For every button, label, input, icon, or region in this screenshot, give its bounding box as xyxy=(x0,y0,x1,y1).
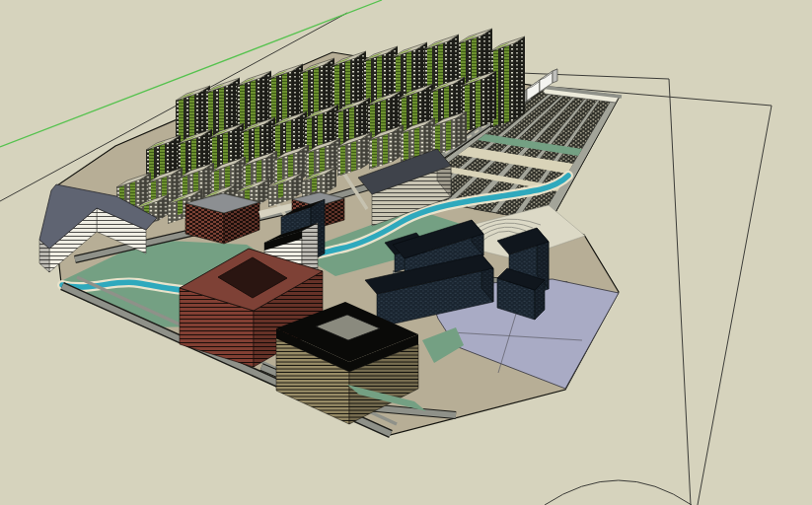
application-window xyxy=(0,0,812,505)
model-viewport[interactable] xyxy=(0,0,812,505)
